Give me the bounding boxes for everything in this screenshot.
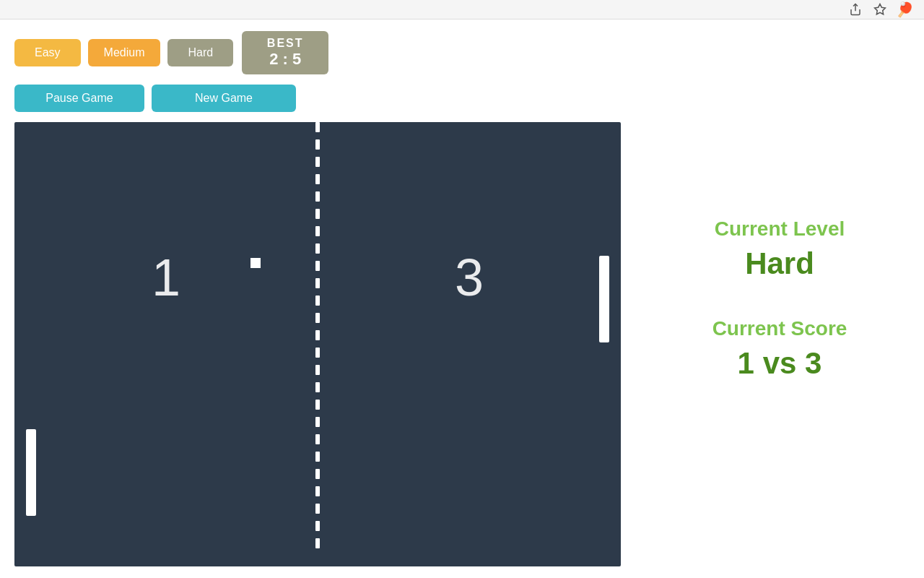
dash [315,330,320,340]
easy-button[interactable]: Easy [14,39,81,66]
paddle-right [599,256,609,342]
info-panel: Current Level Hard Current Score 1 vs 3 [635,20,924,578]
difficulty-buttons: Easy Medium Hard [14,39,233,66]
dash [315,296,320,306]
dash [315,209,320,219]
dash [315,504,320,514]
ball [250,258,261,268]
current-level-value: Hard [745,246,814,281]
dash [315,365,320,375]
action-buttons: Pause Game New Game [14,85,621,112]
score-right: 3 [455,248,484,307]
controls-bar: Easy Medium Hard BEST 2 : 5 [14,31,621,74]
dash [315,348,320,358]
dash [315,538,320,548]
dash [315,486,320,496]
dash [315,400,320,410]
dash [315,452,320,462]
dash [315,469,320,479]
dash [315,434,320,444]
game-canvas: 1 3 [14,122,621,566]
best-label: BEST [262,37,308,50]
browser-toolbar: 🏓 [0,0,924,20]
dash [315,157,320,167]
dash [315,191,320,202]
new-game-button[interactable]: New Game [152,85,296,112]
dash [315,243,320,254]
svg-marker-1 [875,4,886,14]
paddle-left [26,429,36,516]
main-content: Easy Medium Hard BEST 2 : 5 Pause Game N… [0,20,924,578]
score-left: 1 [152,248,180,307]
current-score-label: Current Score [712,317,847,340]
dash [315,226,320,236]
medium-button[interactable]: Medium [88,39,161,66]
best-score-value: 2 : 5 [262,50,308,69]
dash [315,521,320,531]
current-level-label: Current Level [715,217,845,241]
bookmark-icon[interactable] [872,1,888,17]
game-area: Easy Medium Hard BEST 2 : 5 Pause Game N… [0,20,635,578]
dash [315,382,320,392]
dash [315,139,320,150]
current-score-value: 1 vs 3 [738,346,822,381]
best-score-box: BEST 2 : 5 [242,31,328,74]
center-line [315,122,320,566]
hard-button[interactable]: Hard [167,39,233,66]
dash [315,417,320,427]
dash [315,313,320,323]
dash [315,174,320,184]
share-icon[interactable] [847,1,863,17]
notification-icon[interactable]: 🏓 [897,1,912,17]
pause-button[interactable]: Pause Game [14,85,144,112]
dash [315,278,320,288]
dash [315,122,320,132]
dash [315,261,320,271]
